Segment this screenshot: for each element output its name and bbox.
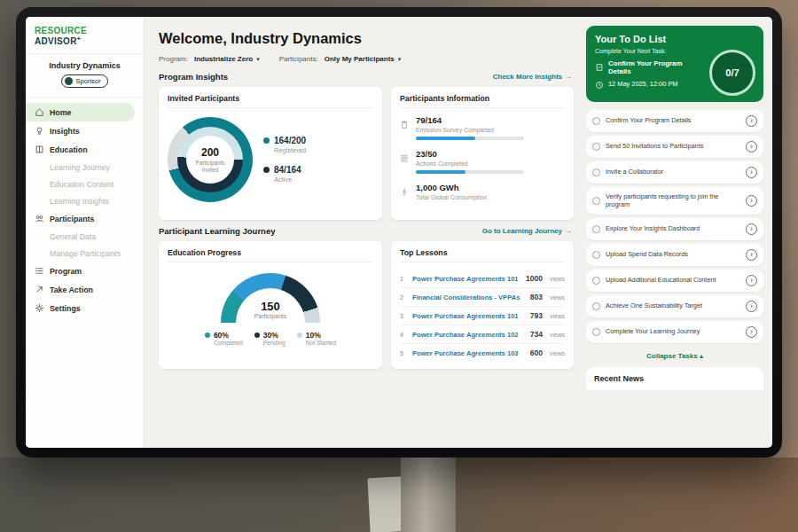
- checkbox-icon[interactable]: [592, 143, 600, 151]
- gauge-legend: 60% Completed 30% Pending: [205, 331, 336, 346]
- check-more-insights-link[interactable]: Check More Insights →: [493, 73, 572, 81]
- sidebar-item-general-data[interactable]: General Data: [26, 228, 144, 245]
- learning-cards-row: Education Progress 150 Participants: [159, 241, 574, 369]
- task-row[interactable]: Confirm Your Program Details ›: [586, 110, 763, 132]
- donut-legend: 164/200 Registered 84/164 Active: [263, 136, 306, 184]
- program-insights-header: Program Insights Check More Insights →: [159, 72, 572, 82]
- sidebar-item-take-action[interactable]: Take Action: [26, 280, 144, 299]
- lesson-row[interactable]: 1 Power Purchase Agreements 101 1000 vie…: [400, 270, 565, 288]
- chevron-right-icon[interactable]: ›: [746, 195, 757, 207]
- task-row[interactable]: Complete Your Learning Journey ›: [586, 321, 763, 343]
- card-title: Invited Participants: [168, 94, 373, 108]
- task-row[interactable]: Upload Additional Educational Content ›: [586, 270, 763, 292]
- chevron-right-icon[interactable]: ›: [746, 223, 757, 235]
- lesson-row[interactable]: 5 Power Purchase Agreements 103 600 view…: [400, 344, 565, 362]
- scene-background: RESOURCE ADVISOR+ Industry Dynamics Spon…: [0, 0, 798, 532]
- sidebar-item-label: Learning Insights: [50, 197, 109, 206]
- participants-filter-dropdown[interactable]: Only My Participants ▾: [325, 55, 402, 63]
- brand-secondary: ADVISOR: [35, 36, 77, 46]
- chevron-right-icon[interactable]: ›: [746, 115, 757, 127]
- sidebar-item-education-content[interactable]: Education Content: [26, 176, 144, 192]
- participants-icon: [35, 214, 44, 223]
- education-progress-card: Education Progress 150 Participants: [159, 241, 382, 369]
- lesson-link[interactable]: Power Purchase Agreements 103: [412, 349, 525, 357]
- lesson-link[interactable]: Power Purchase Agreements 102: [412, 331, 525, 339]
- lesson-link[interactable]: Power Purchase Agreements 101: [412, 312, 525, 320]
- sidebar-item-manage-participants[interactable]: Manage Participants: [26, 245, 144, 262]
- home-icon: [35, 107, 44, 117]
- org-block: Industry Dynamics Sponsor: [26, 54, 144, 98]
- sidebar-item-insights[interactable]: Insights: [26, 121, 144, 140]
- lesson-row[interactable]: 3 Power Purchase Agreements 101 793 view…: [400, 307, 565, 325]
- sidebar-item-label: Manage Participants: [50, 249, 121, 258]
- checkbox-icon[interactable]: [592, 302, 600, 310]
- sponsor-badge[interactable]: Sponsor: [61, 74, 109, 88]
- task-row[interactable]: Send 50 Invitations to Participants ›: [586, 136, 763, 158]
- recent-news-card[interactable]: Recent News: [586, 367, 763, 390]
- chevron-right-icon[interactable]: ›: [746, 326, 757, 338]
- actions-icon: [400, 149, 410, 174]
- take-action-icon: [35, 285, 44, 294]
- collapse-tasks-link[interactable]: Collapse Tasks ▴: [586, 348, 763, 363]
- progress-bar: [416, 170, 524, 174]
- lesson-link[interactable]: Financial Considerations - VPPAs: [412, 293, 525, 301]
- chevron-right-icon[interactable]: ›: [746, 301, 757, 312]
- todo-panel: Your To Do List Complete Your Next Task:…: [584, 17, 772, 448]
- arrow-right-icon: →: [565, 227, 572, 235]
- task-row[interactable]: Invite a Collaborator ›: [586, 161, 763, 184]
- legend-item-active: 84/164 Active: [263, 165, 306, 184]
- chevron-right-icon[interactable]: ›: [746, 141, 757, 153]
- sidebar-item-label: Settings: [50, 304, 81, 313]
- lesson-views-label: views: [550, 294, 565, 301]
- lesson-rank: 4: [400, 332, 407, 338]
- legend-item-not-started: 10% Not Started: [297, 331, 336, 346]
- lesson-views: 734: [530, 330, 543, 339]
- section-title: Participant Learning Journey: [159, 226, 275, 236]
- org-name: Industry Dynamics: [31, 61, 138, 70]
- checkbox-icon[interactable]: [592, 225, 600, 233]
- sidebar-item-program[interactable]: Program: [26, 262, 144, 280]
- checkbox-icon[interactable]: [592, 117, 600, 125]
- card-title: Top Lessons: [400, 248, 565, 262]
- checkbox-icon[interactable]: [592, 277, 600, 285]
- lesson-rank: 5: [400, 350, 407, 356]
- chevron-right-icon[interactable]: ›: [746, 275, 757, 286]
- sidebar-item-learning-insights[interactable]: Learning Insights: [26, 192, 144, 209]
- chevron-right-icon[interactable]: ›: [746, 167, 757, 178]
- task-row[interactable]: Upload Spend Data Records ›: [586, 244, 763, 266]
- program-filter-dropdown[interactable]: Industrialize Zero ▾: [194, 55, 260, 63]
- clock-icon: [595, 81, 604, 90]
- checkbox-icon[interactable]: [592, 251, 600, 259]
- sidebar-item-education[interactable]: Education: [26, 140, 144, 159]
- info-label: Emission Survey Completed: [416, 127, 524, 133]
- task-row[interactable]: Explore Your Insights Dashboard ›: [586, 218, 763, 240]
- lesson-views: 1000: [526, 274, 543, 283]
- task-row[interactable]: Verify participants requesting to join t…: [586, 187, 763, 215]
- task-label: Achieve One Sustainability Target: [606, 301, 740, 309]
- collapse-label: Collapse Tasks: [646, 352, 698, 360]
- go-to-learning-journey-link[interactable]: Go to Learning Journey →: [482, 227, 572, 235]
- info-row-survey: 79/164 Emission Survey Completed: [400, 115, 565, 140]
- checkbox-icon[interactable]: [592, 197, 600, 205]
- sidebar-item-learning-journey[interactable]: Learning Journey: [26, 159, 144, 176]
- checkbox-icon[interactable]: [592, 168, 600, 176]
- todo-datetime: 12 May 2025, 12:00 PM: [608, 81, 677, 89]
- task-row[interactable]: Achieve One Sustainability Target ›: [586, 295, 763, 317]
- chevron-right-icon[interactable]: ›: [746, 249, 757, 261]
- lesson-row[interactable]: 4 Power Purchase Agreements 102 734 view…: [400, 325, 565, 344]
- checkbox-icon[interactable]: [592, 328, 600, 336]
- page-title: Welcome, Industry Dynamics: [159, 30, 574, 47]
- gauge-center-label: Participants: [254, 313, 287, 319]
- card-title: Education Progress: [168, 248, 373, 262]
- lesson-row[interactable]: 2 Financial Considerations - VPPAs 803 v…: [400, 288, 565, 307]
- sidebar-item-settings[interactable]: Settings: [26, 299, 144, 317]
- sidebar-item-participants[interactable]: Participants: [26, 209, 144, 228]
- info-value: 79/164: [416, 115, 524, 125]
- sidebar-item-label: Education: [50, 145, 88, 154]
- program-filter-label: Program:: [159, 55, 188, 63]
- sidebar-item-home[interactable]: Home: [26, 103, 135, 121]
- todo-task-list: Confirm Your Program Details › Send 50 I…: [586, 110, 763, 343]
- donut-center-label: Participants Invited: [190, 160, 231, 173]
- lesson-views-label: views: [550, 350, 565, 356]
- lesson-link[interactable]: Power Purchase Agreements 101: [412, 275, 520, 283]
